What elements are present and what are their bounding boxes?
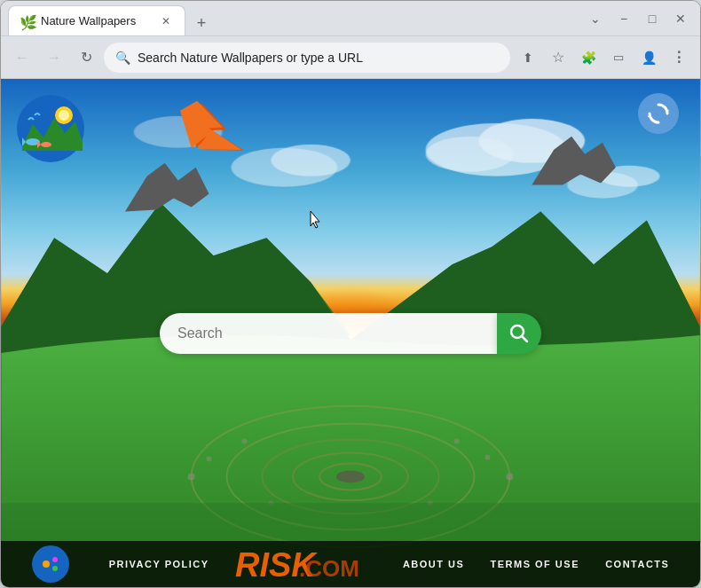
back-button[interactable]: ← — [8, 43, 36, 72]
tab-area: 🌿 Nature Wallpapers ✕ + — [8, 1, 579, 35]
svg-point-38 — [52, 566, 58, 571]
title-bar: 🌿 Nature Wallpapers ✕ + ⌄ − □ ✕ — [1, 1, 700, 36]
share-button[interactable]: ⬆ — [514, 43, 542, 72]
address-bar[interactable]: 🔍 Search Nature Wallpapers or type a URL — [104, 43, 510, 73]
tab-favicon-icon: 🌿 — [20, 14, 34, 28]
terms-of-use-link[interactable]: TERMS OF USE — [490, 559, 579, 569]
window-controls: ⌄ − □ ✕ — [583, 6, 693, 31]
svg-point-17 — [188, 473, 195, 480]
maximize-button[interactable]: □ — [640, 6, 665, 31]
bookmark-button[interactable]: ☆ — [544, 43, 572, 72]
svg-point-21 — [484, 455, 490, 460]
svg-point-37 — [52, 557, 58, 562]
search-overlay — [160, 313, 541, 354]
about-us-link[interactable]: ABOUT US — [403, 559, 464, 569]
search-input-wrapper — [160, 313, 497, 354]
extension-icon[interactable] — [15, 93, 86, 164]
address-text: Search Nature Wallpapers or type a URL — [138, 51, 499, 65]
extensions-button[interactable]: 🧩 — [574, 43, 603, 72]
address-search-icon: 🔍 — [115, 51, 130, 65]
svg-point-35 — [39, 553, 62, 576]
nav-bar: ← → ↻ 🔍 Search Nature Wallpapers or type… — [1, 36, 700, 79]
svg-point-20 — [506, 473, 513, 480]
svg-point-30 — [41, 142, 51, 147]
svg-text:.COM: .COM — [299, 555, 359, 582]
svg-marker-32 — [172, 95, 241, 171]
search-button[interactable] — [497, 313, 541, 354]
active-tab[interactable]: 🌿 Nature Wallpapers ✕ — [8, 5, 185, 35]
forward-button[interactable]: → — [40, 43, 68, 72]
svg-point-5 — [271, 145, 350, 176]
close-button[interactable]: ✕ — [668, 6, 693, 31]
browser-window: 🌿 Nature Wallpapers ✕ + ⌄ − □ ✕ ← → ↻ 🔍 … — [0, 0, 701, 588]
svg-point-19 — [241, 439, 247, 444]
svg-point-16 — [336, 470, 365, 482]
chevron-down-button[interactable]: ⌄ — [583, 6, 608, 31]
tab-close-button[interactable]: ✕ — [158, 13, 174, 29]
svg-point-36 — [43, 561, 50, 568]
content-refresh-icon[interactable] — [638, 93, 679, 134]
arrow-indicator — [169, 95, 249, 175]
browser-content: PRIVACY POLICY RISK .COM ABOUT US TERMS … — [1, 79, 700, 587]
new-tab-button[interactable]: + — [189, 11, 214, 35]
svg-point-18 — [207, 457, 212, 462]
svg-point-28 — [59, 110, 69, 121]
profile-button[interactable]: 👤 — [634, 43, 663, 72]
svg-line-34 — [522, 336, 527, 341]
tab-title: Nature Wallpapers — [41, 14, 151, 27]
nav-actions: ⬆ ☆ 🧩 ▭ 👤 ⋮ — [514, 43, 693, 72]
search-icon — [509, 324, 529, 343]
refresh-button[interactable]: ↻ — [72, 43, 100, 72]
footer-bar: PRIVACY POLICY RISK .COM ABOUT US TERMS … — [1, 541, 700, 587]
footer-ball-icon — [32, 545, 69, 583]
sidebar-button[interactable]: ▭ — [604, 43, 633, 72]
footer-brand-logo: RISK .COM — [235, 545, 377, 584]
privacy-policy-link[interactable]: PRIVACY POLICY — [109, 559, 209, 569]
search-input[interactable] — [177, 325, 479, 341]
minimize-button[interactable]: − — [611, 6, 636, 31]
svg-point-3 — [426, 137, 515, 172]
contacts-link[interactable]: CONTACTS — [605, 559, 669, 569]
svg-point-22 — [454, 439, 460, 444]
menu-button[interactable]: ⋮ — [665, 43, 693, 72]
